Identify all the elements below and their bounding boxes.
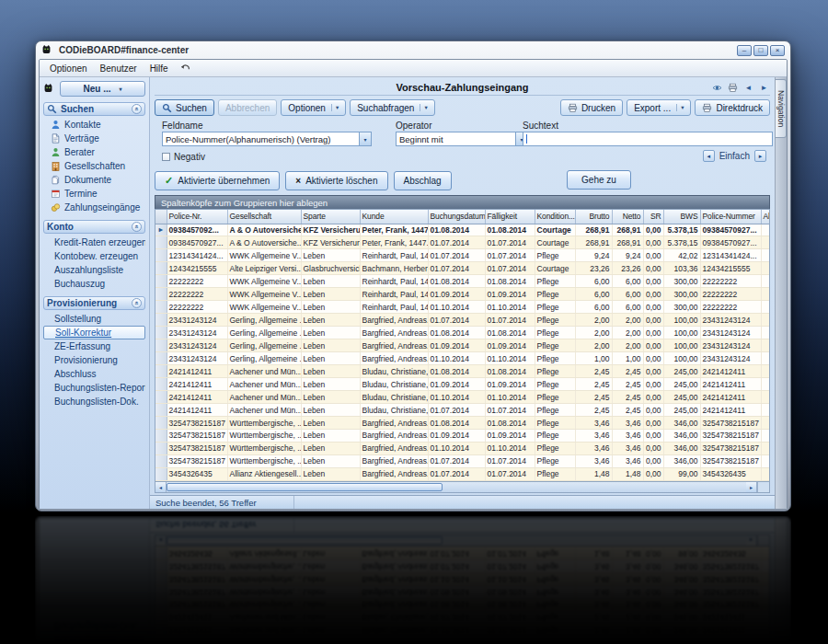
table-row[interactable]: 22222222WWK Allgemeine V...LebenReinhard…: [155, 275, 770, 288]
sidebar-item-ze-erfassung[interactable]: ZE-Erfassung: [43, 339, 145, 353]
table-row[interactable]: ▸0938457092...A & O Autoversiche...KFZ V…: [155, 224, 770, 236]
export-button[interactable]: Export ... ▾: [627, 99, 691, 116]
suchtext-input[interactable]: [523, 132, 773, 146]
drucken-button[interactable]: Drucken: [560, 99, 623, 116]
gehe-zu-button[interactable]: Gehe zu: [567, 170, 631, 190]
table-row[interactable]: 3454326435Allianz Aktiengesell...LebenBa…: [155, 467, 770, 480]
feldname-combobox[interactable]: Police-Nummer(Alphanumerisch) (Vertrag) …: [162, 132, 372, 146]
sidebar-item-soll-korrektur[interactable]: Soll-Korrektur: [43, 326, 145, 339]
titlebar[interactable]: CODieBOARD#finance-center – □ ×: [39, 41, 788, 59]
table-row[interactable]: 23431243124Gerling, Allgemeine ...LebenB…: [155, 339, 770, 352]
operator-combobox[interactable]: Beginnt mit ▾: [396, 132, 528, 146]
table-row[interactable]: 2421412411Aachener und Mün...LebenBludau…: [155, 378, 770, 391]
column-header-sparte[interactable]: Sparte: [301, 210, 360, 224]
section-header-suchen[interactable]: Suchen«: [43, 102, 145, 116]
collapse-icon[interactable]: «: [132, 222, 142, 232]
sidebar-item-kontobew-erzeugen[interactable]: Kontobew. erzeugen: [43, 249, 145, 263]
column-header-bws[interactable]: BWS: [663, 210, 700, 224]
table-row[interactable]: 3254738215187Württembergische, ...LebenB…: [155, 442, 770, 454]
column-header-gesellschaft[interactable]: Gesellschaft: [227, 210, 301, 224]
sidebar-item-buchauszug[interactable]: Buchauszug: [43, 277, 145, 291]
close-button[interactable]: ×: [770, 45, 785, 56]
sidebar-item-buchungslisten-dok[interactable]: Buchungslisten-Dok.: [43, 395, 145, 408]
navigation-strip: Navigation: [775, 77, 787, 509]
column-header-brutto[interactable]: Brutto: [575, 210, 612, 224]
sidebar-item-auszahlungsliste[interactable]: Auszahlungsliste: [43, 263, 145, 277]
section-header-provisionierung[interactable]: Provisionierung«: [43, 296, 145, 310]
scroll-left-icon[interactable]: ◂: [155, 482, 167, 492]
scroll-right-icon[interactable]: ▸: [746, 482, 757, 492]
table-row[interactable]: 3254738215187Württembergische, ...LebenB…: [155, 417, 770, 430]
column-header-netto[interactable]: Netto: [612, 210, 643, 224]
section-header-konto[interactable]: Konto«: [43, 220, 145, 234]
aktivierte-uebernehmen-button[interactable]: ✓ Aktivierte übernehmen: [155, 171, 280, 190]
table-row[interactable]: 2421412411Aachener und Mün...LebenBludau…: [155, 365, 770, 378]
navigation-tab[interactable]: Navigation: [776, 79, 787, 138]
table-row[interactable]: 23431243124Gerling, Allgemeine ...LebenB…: [155, 314, 770, 327]
sidebar-item-gesellschaften[interactable]: Gesellschaften: [43, 159, 145, 173]
sidebar-item-buchungslisten-report[interactable]: Buchungslisten-Report: [43, 381, 145, 395]
forward-icon[interactable]: ►: [758, 82, 770, 93]
table-row[interactable]: 3254738215187Württembergische, ...LebenB…: [155, 454, 770, 467]
table-row[interactable]: 2421412411Aachener und Mün...LebenBludau…: [155, 391, 770, 404]
sidebar-item-zahlungseingänge[interactable]: Zahlungseingänge: [43, 201, 145, 214]
column-header-police-nummer[interactable]: Police-Nummer: [700, 210, 761, 224]
abbrechen-label: Abbrechen: [225, 103, 270, 113]
suchabfragen-button[interactable]: Suchabfragen ▾: [350, 99, 435, 116]
sidebar-item-termine[interactable]: Termine: [43, 187, 145, 201]
negativ-checkbox[interactable]: [162, 153, 170, 161]
maximize-button[interactable]: □: [753, 45, 768, 56]
collapse-icon[interactable]: «: [132, 298, 142, 308]
table-row[interactable]: 22222222WWK Allgemeine V...LebenReinhard…: [155, 288, 770, 301]
preview-icon[interactable]: [711, 82, 723, 93]
chevron-down-icon[interactable]: ▾: [359, 132, 371, 145]
hscroll-thumb[interactable]: [167, 483, 443, 491]
sidebar-item-dokumente[interactable]: Dokumente: [43, 173, 145, 187]
abschlag-button[interactable]: Abschlag: [394, 171, 452, 190]
table-row[interactable]: 12434215555Alte Leipziger Versi...Glasbr…: [155, 262, 770, 275]
abbrechen-button[interactable]: Abbrechen: [218, 99, 277, 116]
direktdruck-button[interactable]: Direktdruck: [695, 99, 770, 116]
column-header-buchungsdatum[interactable]: Buchungsdatum: [428, 210, 485, 224]
suchen-button[interactable]: Suchen: [155, 99, 214, 116]
horizontal-scrollbar[interactable]: ◂ ▸: [155, 482, 770, 493]
sidebar-item-verträge[interactable]: Verträge: [43, 132, 145, 145]
undo-icon[interactable]: [180, 63, 190, 74]
sidebar-item-kontakte[interactable]: Kontakte: [43, 118, 145, 132]
printer-icon[interactable]: [727, 82, 739, 93]
column-header-kondition[interactable]: Kondition...: [535, 210, 575, 224]
sidebar-item-berater[interactable]: Berater: [43, 145, 145, 159]
column-header-kunde[interactable]: Kunde: [360, 210, 428, 224]
column-header-sr[interactable]: SR: [643, 210, 663, 224]
table-row[interactable]: 12314341424...WWK Allgemeine V...LebenRe…: [155, 249, 770, 262]
table-row[interactable]: 23431243124Gerling, Allgemeine ...LebenB…: [155, 327, 770, 339]
back-icon[interactable]: ◄: [742, 82, 754, 93]
new-button[interactable]: Neu ... ▾: [60, 81, 145, 97]
sidebar-item-abschluss[interactable]: Abschluss: [43, 367, 145, 381]
main-panel: Vorschau-Zahlungseingang ◄ ► Suchen: [150, 77, 775, 509]
menu-item-optionen[interactable]: Optionen: [43, 62, 94, 75]
collapse-icon[interactable]: «: [132, 104, 142, 114]
optionen-button[interactable]: Optionen ▾: [281, 99, 346, 116]
sidebar-item-kredit-raten-erzeugen[interactable]: Kredit-Raten erzeugen: [43, 236, 145, 249]
table-row[interactable]: 3254738215187Württembergische, ...LebenB…: [155, 430, 770, 443]
hscroll-track[interactable]: [443, 482, 746, 492]
selected-row-marker[interactable]: ▸: [155, 224, 167, 236]
sidebar-item-provisionierung[interactable]: Provisionierung: [43, 353, 145, 367]
group-by-bar[interactable]: Spaltenköpfe zum Gruppieren hier ablegen: [155, 195, 770, 209]
table-row[interactable]: 09384570927...A & O Autoversiche...KFZ V…: [155, 236, 770, 249]
minimize-button[interactable]: –: [737, 45, 752, 56]
column-header-police-nr[interactable]: Police-Nr.: [167, 210, 227, 224]
column-header-aktiviert[interactable]: Aktiviert: [761, 210, 770, 224]
menu-item-hilfe[interactable]: Hilfe: [144, 62, 175, 75]
sidebar-item-sollstellung[interactable]: Sollstellung: [43, 312, 145, 326]
table-row[interactable]: 2421412411Aachener und Mün...LebenBludau…: [155, 404, 770, 417]
table-row[interactable]: 23431243124Gerling, Allgemeine ...LebenB…: [155, 352, 770, 365]
einfach-prev-button[interactable]: ◂: [703, 150, 715, 162]
aktivierte-loeschen-button[interactable]: × Aktivierte löschen: [285, 171, 387, 190]
column-header-fälligkeit[interactable]: Fälligkeit: [485, 210, 535, 224]
gehe-zu-label: Gehe zu: [581, 175, 616, 185]
einfach-next-button[interactable]: ▸: [754, 150, 766, 162]
table-row[interactable]: 22222222WWK Allgemeine V...LebenReinhard…: [155, 301, 770, 314]
menu-item-benutzer[interactable]: Benutzer: [94, 62, 144, 75]
